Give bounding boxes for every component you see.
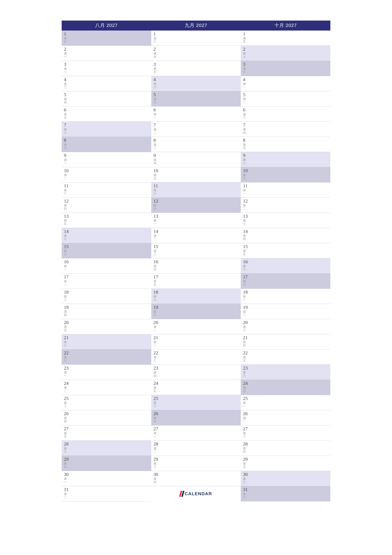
calendar-logo: CALENDAR <box>180 491 212 497</box>
weekday-label: 週 二 <box>153 128 241 134</box>
day-cell: 31週 二 <box>62 486 151 501</box>
day-number: 11 <box>64 183 151 188</box>
day-number: 26 <box>64 411 151 416</box>
day-cell: 6週 一 <box>151 106 241 122</box>
day-number: 4 <box>243 77 330 82</box>
weekday-label: 週 一 <box>243 401 330 408</box>
day-number: 22 <box>64 350 151 355</box>
day-cell: 19週 二 <box>241 304 330 319</box>
weekday-label: 週 二 <box>64 386 151 393</box>
day-cell: 8週 日 <box>62 137 151 152</box>
day-number: 13 <box>243 213 330 219</box>
day-number: 5 <box>64 92 151 97</box>
day-number: 29 <box>153 456 241 462</box>
weekday-label: 週 三 <box>243 219 330 226</box>
day-number: 21 <box>64 335 151 340</box>
weekday-label: 週 一 <box>243 189 330 195</box>
weekday-label: 週 三 <box>243 325 330 332</box>
weekday-label: 週 日 <box>153 97 241 104</box>
weekday-label: 週 四 <box>64 416 151 423</box>
day-number: 22 <box>153 350 241 355</box>
day-cell: 15週 日 <box>62 243 151 258</box>
day-number: 3 <box>64 62 151 67</box>
weekday-label: 週 五 <box>243 143 330 150</box>
day-number: 9 <box>153 153 241 158</box>
day-cell: 24週 日 <box>241 380 330 395</box>
day-cell: 27週 五 <box>62 425 151 441</box>
weekday-label: 週 日 <box>64 462 151 468</box>
day-cell: 25週 一 <box>241 395 330 410</box>
day-number: 27 <box>153 426 241 431</box>
day-number: 14 <box>243 229 330 234</box>
day-cell: 12週 二 <box>241 197 330 213</box>
day-cell: 11週 一 <box>241 183 330 197</box>
day-cell: 3週 二 <box>62 61 151 76</box>
weekday-label: 週 二 <box>153 340 241 347</box>
day-cell: 8週 三 <box>151 137 241 152</box>
weekday-label: 週 四 <box>153 158 241 165</box>
weekday-label: 週 日 <box>243 173 330 180</box>
day-number: 19 <box>153 305 241 310</box>
weekday-label: 週 一 <box>153 325 241 332</box>
day-number: 1 <box>153 31 241 37</box>
day-number: 26 <box>153 411 241 416</box>
day-cell: 24週 二 <box>62 380 151 395</box>
day-number: 24 <box>243 380 330 386</box>
weekday-label: 週 二 <box>64 492 151 499</box>
day-number: 23 <box>153 365 241 371</box>
day-cell: 14週 四 <box>241 228 330 243</box>
day-cell: 10週 二 <box>62 167 151 183</box>
day-cell: 26週 二 <box>241 410 330 425</box>
day-number: 6 <box>243 107 330 112</box>
day-number: 29 <box>64 456 151 462</box>
day-number: 6 <box>64 107 151 112</box>
day-number: 26 <box>243 411 330 416</box>
logo-cell: CALENDAR <box>151 486 241 501</box>
weekday-label: 週 五 <box>64 431 151 438</box>
day-number: 7 <box>153 122 241 128</box>
day-number: 17 <box>64 274 151 279</box>
weekday-label: 週 六 <box>64 128 151 134</box>
day-number: 22 <box>243 350 330 355</box>
day-number: 8 <box>64 138 151 143</box>
day-number: 6 <box>153 107 241 112</box>
day-number: 16 <box>64 259 151 264</box>
day-cell: 12週 四 <box>62 197 151 213</box>
weekday-label: 週 日 <box>243 492 330 499</box>
day-number: 4 <box>153 77 241 82</box>
weekday-label: 週 四 <box>153 371 241 377</box>
day-number: 25 <box>243 396 330 401</box>
day-cell: 10週 日 <box>241 167 330 183</box>
weekday-label: 週 日 <box>64 356 151 362</box>
weekday-label: 週 二 <box>153 447 241 453</box>
day-number: 21 <box>243 335 330 340</box>
day-cell: 22週 三 <box>151 350 241 365</box>
weekday-label: 週 六 <box>243 371 330 377</box>
day-cell: 21週 二 <box>151 334 241 350</box>
weekday-label: 週 一 <box>153 113 241 119</box>
day-number: 20 <box>64 320 151 325</box>
weekday-label: 週 一 <box>64 477 151 484</box>
day-cell: 15週 五 <box>241 243 330 258</box>
day-number: 31 <box>64 487 151 492</box>
weekday-label: 週 五 <box>243 37 330 43</box>
day-cell: 25週 三 <box>62 395 151 410</box>
weekday-label: 週 一 <box>153 431 241 438</box>
day-cell: 7週 二 <box>151 122 241 137</box>
weekday-label: 週 六 <box>64 234 151 241</box>
day-number: 16 <box>243 259 330 264</box>
day-number: 11 <box>153 183 241 188</box>
month-column: 十月 20271週 五2週 六3週 日4週 一5週 二6週 三7週 四8週 五9… <box>241 21 330 501</box>
day-cell: 2週 六 <box>241 46 330 61</box>
day-number: 9 <box>243 153 330 158</box>
weekday-label: 週 四 <box>153 52 241 58</box>
day-number: 28 <box>153 441 241 446</box>
day-cell: 26週 日 <box>151 410 241 425</box>
day-number: 27 <box>243 426 330 431</box>
day-number: 24 <box>153 380 241 386</box>
day-cell: 6週 三 <box>241 106 330 122</box>
day-number: 8 <box>243 138 330 143</box>
weekday-label: 週 三 <box>64 189 151 195</box>
day-number: 12 <box>153 198 241 204</box>
weekday-label: 週 日 <box>153 416 241 423</box>
